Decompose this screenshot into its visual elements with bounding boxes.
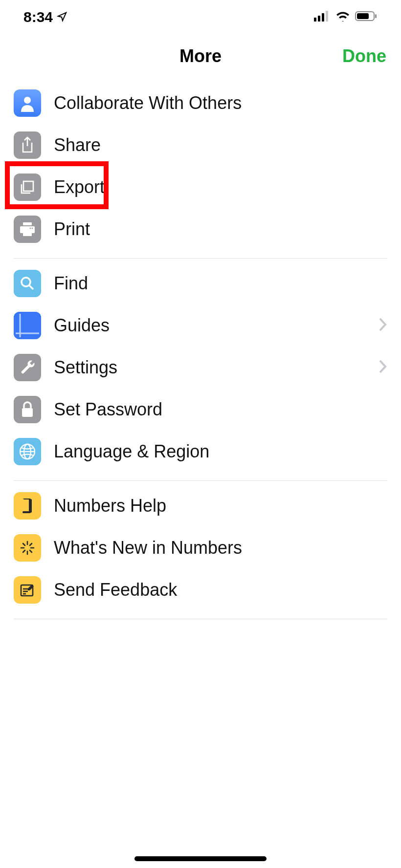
menu-label: Share: [54, 135, 101, 155]
svg-rect-3: [326, 11, 328, 22]
menu-section-2: Find Guides Settings: [14, 259, 387, 481]
menu-item-set-password[interactable]: Set Password: [14, 389, 387, 431]
svg-rect-9: [23, 222, 32, 225]
menu-item-guides[interactable]: Guides: [14, 304, 387, 347]
menu-item-export[interactable]: Export: [14, 166, 387, 208]
home-indicator[interactable]: [134, 856, 267, 861]
menu-label: Collaborate With Others: [54, 93, 242, 113]
menu-item-numbers-help[interactable]: Numbers Help: [14, 485, 387, 527]
menu-section-1: Collaborate With Others Share Export: [14, 78, 387, 259]
svg-rect-18: [22, 408, 33, 417]
svg-point-7: [24, 97, 31, 104]
svg-point-14: [22, 278, 30, 286]
svg-rect-8: [23, 181, 33, 191]
menu-label: Numbers Help: [54, 496, 166, 516]
svg-rect-0: [314, 18, 316, 22]
menu-label: Guides: [54, 315, 110, 336]
svg-rect-1: [318, 16, 320, 22]
menu-item-share[interactable]: Share: [14, 124, 387, 166]
menu-item-whats-new[interactable]: What's New in Numbers: [14, 527, 387, 569]
menu-label: Language & Region: [54, 441, 209, 462]
svg-line-27: [30, 550, 32, 552]
menu-item-settings[interactable]: Settings: [14, 347, 387, 389]
svg-line-26: [23, 543, 25, 545]
menu-item-print[interactable]: Print: [14, 208, 387, 250]
svg-line-28: [30, 543, 32, 545]
menu-section-3: Numbers Help What's New in Numbers: [14, 481, 387, 619]
menu-label: Export: [54, 177, 105, 197]
compose-icon: [14, 576, 41, 604]
share-icon: [14, 131, 41, 159]
menu-item-language-region[interactable]: Language & Region: [14, 431, 387, 473]
menu-label: Send Feedback: [54, 580, 177, 600]
svg-rect-6: [375, 14, 377, 18]
page-title: More: [179, 46, 222, 66]
menu-item-send-feedback[interactable]: Send Feedback: [14, 569, 387, 611]
svg-rect-5: [357, 13, 369, 19]
wifi-icon: [335, 11, 350, 23]
menu-label: What's New in Numbers: [54, 538, 242, 558]
svg-rect-15: [14, 312, 41, 339]
guides-icon: [14, 312, 41, 339]
chevron-right-icon: [379, 317, 387, 334]
wrench-icon: [14, 354, 41, 381]
status-bar: 8:34: [0, 0, 401, 34]
battery-icon: [355, 11, 378, 23]
chevron-right-icon: [379, 359, 387, 376]
svg-rect-11: [23, 231, 32, 236]
menu-item-find[interactable]: Find: [14, 262, 387, 304]
lock-icon: [14, 396, 41, 423]
svg-line-29: [23, 550, 25, 552]
cellular-icon: [314, 11, 331, 23]
done-button[interactable]: Done: [342, 46, 386, 66]
globe-icon: [14, 438, 41, 465]
nav-header: More Done: [0, 34, 401, 78]
menu-label: Find: [54, 273, 88, 294]
status-right: [314, 11, 378, 23]
svg-rect-2: [322, 13, 324, 22]
export-icon: [14, 174, 41, 201]
svg-point-13: [30, 228, 31, 229]
sparkle-icon: [14, 534, 41, 562]
menu-item-collaborate[interactable]: Collaborate With Others: [14, 82, 387, 124]
status-left: 8:34: [23, 9, 67, 25]
menu-label: Settings: [54, 357, 117, 378]
menu-label: Print: [54, 219, 90, 239]
printer-icon: [14, 216, 41, 243]
status-time: 8:34: [23, 9, 53, 25]
person-icon: [14, 89, 41, 117]
svg-point-12: [32, 228, 33, 229]
menu-label: Set Password: [54, 399, 162, 420]
location-icon: [57, 9, 67, 25]
search-icon: [14, 270, 41, 297]
book-icon: [14, 492, 41, 520]
